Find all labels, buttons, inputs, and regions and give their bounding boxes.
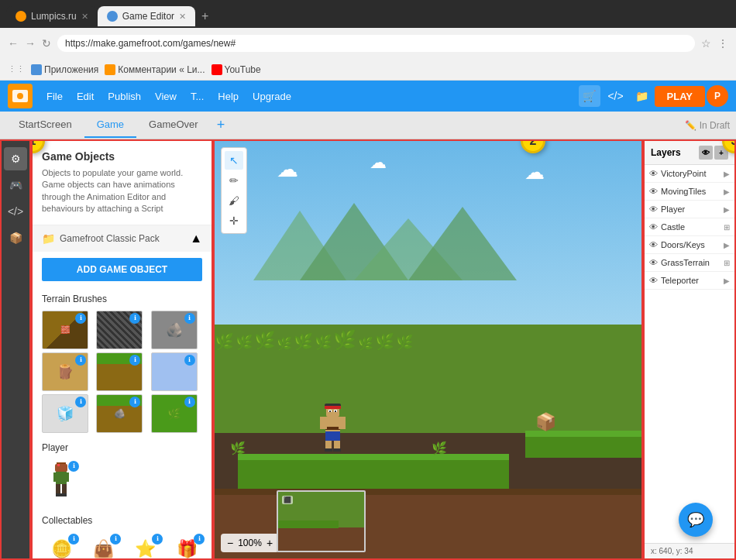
add-game-object-button[interactable]: ADD GAME OBJECT <box>42 258 202 281</box>
zoom-level: 100% <box>238 538 262 548</box>
layers-header: Layers 👁 + <box>645 141 734 165</box>
bookmark-apps-label: Приложения <box>44 64 98 75</box>
tab-close-gameeditor[interactable]: ✕ <box>179 12 186 22</box>
draft-label: In Draft <box>700 120 730 131</box>
tab-bar: Lumpics.ru ✕ Game Editor ✕ + <box>0 0 736 28</box>
zoom-plus-button[interactable]: + <box>267 537 273 549</box>
layers-panel: 3 Layers 👁 + 👁 VictoryPoint ▶ 👁 MovingTi… <box>643 139 736 560</box>
apps-icon: ⋮⋮ <box>8 64 25 74</box>
zoom-minus-button[interactable]: − <box>227 537 233 549</box>
tab-gameover[interactable]: GameOver <box>136 112 211 138</box>
layer-coords: x: 640, y: 34 <box>645 543 734 558</box>
bookmark-apps[interactable]: Приложения <box>31 64 98 75</box>
bookmark-youtube[interactable]: YouTube <box>212 64 261 75</box>
terrain-badge-8: ℹ <box>129 397 140 407</box>
play-button[interactable]: PLAY <box>655 86 705 107</box>
sidebar-assets-icon[interactable]: 📦 <box>4 226 27 249</box>
layer-arrow-player[interactable]: ▶ <box>724 205 730 214</box>
layer-item-doorskeys[interactable]: 👁 Doors/Keys ▶ <box>645 236 734 254</box>
layers-visible-button[interactable]: 👁 <box>699 146 713 160</box>
layer-item-grassterrain[interactable]: 👁 GrassTerrain ⊞ <box>645 254 734 272</box>
layer-name-teleporter: Teleporter <box>661 276 721 285</box>
bookmark-star-icon[interactable]: ☆ <box>701 37 711 50</box>
browser-tab-lumpics[interactable]: Lumpics.ru ✕ <box>6 6 98 26</box>
menu-help[interactable]: Help <box>212 88 245 105</box>
layers-title: Layers <box>651 147 681 158</box>
bookmark-youtube-icon <box>212 64 222 75</box>
back-button[interactable]: ← <box>8 37 19 50</box>
bookmark-comments[interactable]: Комментарии « Lи... <box>105 64 205 75</box>
layer-item-victorypoint[interactable]: 👁 VictoryPoint ▶ <box>645 165 734 183</box>
tool-pointer[interactable]: ↖ <box>225 151 243 170</box>
collection-header[interactable]: 📁 Gamefroot Classic Pack ▲ <box>33 225 212 252</box>
draft-badge[interactable]: ✏️ In Draft <box>685 120 730 131</box>
layer-vis-doorskeys: 👁 <box>649 240 658 249</box>
bookmark-youtube-label: YouTube <box>225 64 261 75</box>
terrain-item-4[interactable]: ℹ 🪵 <box>42 352 88 391</box>
tab-label-gameeditor: Game Editor <box>122 11 174 22</box>
folder-button[interactable]: 📁 <box>631 85 653 107</box>
browser-chrome: Lumpics.ru ✕ Game Editor ✕ + ← → ↻ ☆ ⋮ ⋮… <box>0 0 736 81</box>
layer-item-teleporter[interactable]: 👁 Teleporter ▶ <box>645 272 734 290</box>
layer-grid-grassterrain: ⊞ <box>724 259 730 267</box>
terrain-item-2[interactable]: ℹ <box>96 311 143 349</box>
tab-game[interactable]: Game <box>84 112 136 138</box>
layer-item-player[interactable]: 👁 Player ▶ <box>645 201 734 218</box>
mountains <box>253 187 524 283</box>
reload-button[interactable]: ↻ <box>42 37 51 50</box>
menu-edit[interactable]: Edit <box>71 88 100 105</box>
add-tab-button[interactable]: + <box>211 114 232 136</box>
tool-pencil[interactable]: ✏ <box>225 171 243 190</box>
player-badge: ℹ <box>68 461 79 472</box>
browser-menu-icon[interactable]: ⋮ <box>717 37 728 50</box>
sidebar-code-icon[interactable]: </> <box>4 200 27 223</box>
menu-view[interactable]: View <box>149 88 183 105</box>
cart-button[interactable]: 🛒 <box>579 85 600 107</box>
tool-brush[interactable]: 🖌 <box>225 191 243 210</box>
menu-upgrade[interactable]: Upgrade <box>246 88 297 105</box>
menu-publish[interactable]: Publish <box>101 88 147 105</box>
terrain-item-3[interactable]: ℹ 🪨 <box>151 311 198 349</box>
canvas-area[interactable]: 2 ↖ ✏ 🖌 ✛ <box>213 139 643 560</box>
forward-button[interactable]: → <box>25 37 36 50</box>
layer-item-castle[interactable]: 👁 Castle ⊞ <box>645 218 734 236</box>
terrain-item-1[interactable]: ℹ 🧱 <box>42 311 88 349</box>
layer-arrow-victorypoint[interactable]: ▶ <box>724 170 730 178</box>
code-button[interactable]: </> <box>605 85 627 107</box>
layer-name-player: Player <box>661 204 721 214</box>
layer-name-movingtiles: MovingTiles <box>661 187 721 196</box>
tab-startscreen[interactable]: StartScreen <box>6 112 84 138</box>
collectable-star[interactable]: ⭐ℹ <box>126 532 164 560</box>
terrain-badge-1: ℹ <box>75 313 86 324</box>
layer-arrow-doorskeys[interactable]: ▶ <box>724 241 730 249</box>
folder-icon: 📁 <box>42 232 55 245</box>
tool-crosshair[interactable]: ✛ <box>225 211 243 230</box>
layer-grid-castle: ⊞ <box>724 223 730 232</box>
menu-file[interactable]: File <box>40 88 69 105</box>
layer-name-castle: Castle <box>661 222 721 232</box>
collectable-gift[interactable]: 🎁ℹ <box>167 532 206 560</box>
player-item[interactable]: ℹ <box>42 459 81 506</box>
terrain-item-6[interactable]: ℹ <box>151 352 198 391</box>
new-tab-button[interactable]: + <box>195 9 215 23</box>
layer-arrow-teleporter[interactable]: ▶ <box>724 277 730 285</box>
terrain-item-9[interactable]: ℹ 🌿 <box>151 394 198 433</box>
user-avatar[interactable]: P <box>707 85 728 107</box>
terrain-item-7[interactable]: ℹ 🧊 <box>42 394 88 433</box>
menu-t[interactable]: T... <box>184 88 210 105</box>
address-input[interactable] <box>57 35 695 52</box>
collectable-bag[interactable]: 👜ℹ <box>84 532 122 560</box>
svg-rect-22 <box>335 411 336 412</box>
terrain-item-5[interactable]: ℹ <box>96 352 143 391</box>
layer-name-doorskeys: Doors/Keys <box>661 240 721 249</box>
layer-arrow-movingtiles[interactable]: ▶ <box>724 187 730 196</box>
layer-item-movingtiles[interactable]: 👁 MovingTiles ▶ <box>645 183 734 201</box>
browser-tab-gameeditor[interactable]: Game Editor ✕ <box>98 6 195 26</box>
collectable-coin[interactable]: 🪙ℹ <box>42 532 81 560</box>
terrain-item-8[interactable]: ℹ 🪨 <box>96 394 143 433</box>
sidebar-gameobj-icon[interactable]: 🎮 <box>4 173 27 197</box>
svg-rect-31 <box>333 448 341 452</box>
tab-close-lumpics[interactable]: ✕ <box>81 12 88 22</box>
sidebar-settings-icon[interactable]: ⚙ <box>4 147 27 170</box>
chat-fab-button[interactable]: 💬 <box>679 503 713 537</box>
